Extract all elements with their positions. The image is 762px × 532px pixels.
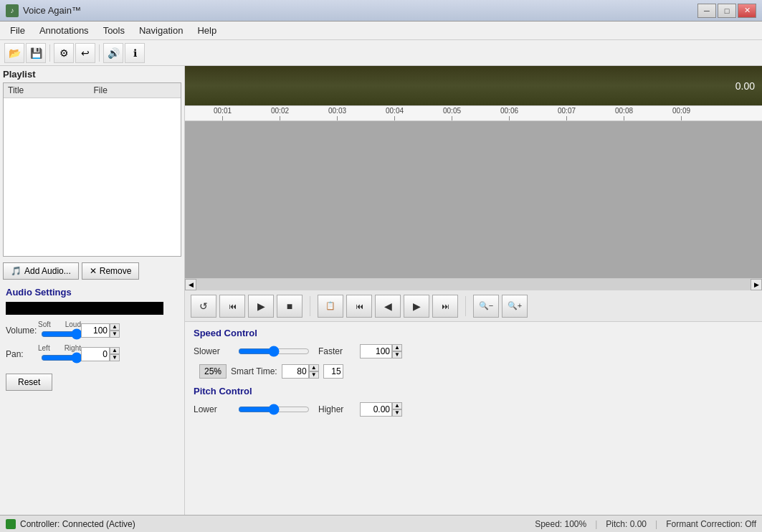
- scroll-left[interactable]: ◀: [185, 279, 196, 290]
- lower-label: Lower: [194, 404, 229, 414]
- smart1-up[interactable]: ▲: [309, 364, 319, 371]
- menu-bar: File Annotations Tools Navigation Help: [0, 22, 762, 40]
- zoom-in-button[interactable]: 🔍+: [502, 295, 528, 318]
- pan-labels: Left Right: [38, 344, 81, 364]
- toolbar-info[interactable]: ℹ: [125, 43, 145, 63]
- remove-button[interactable]: ✕ Remove: [82, 262, 140, 280]
- waveform-time: 0.00: [735, 80, 755, 92]
- higher-label: Higher: [318, 404, 354, 414]
- audio-settings-title: Audio Settings: [6, 287, 178, 298]
- smart-spin2: 15: [323, 364, 343, 379]
- skip-fwd-button[interactable]: ⏭: [432, 295, 458, 318]
- pan-up[interactable]: ▲: [110, 347, 120, 354]
- playlist-label: Playlist: [3, 69, 181, 80]
- volume-label: Volume:: [6, 326, 38, 336]
- toolbar-save[interactable]: 💾: [26, 43, 46, 63]
- loud-label: Loud: [65, 320, 81, 328]
- close-button[interactable]: ✕: [738, 4, 756, 18]
- trans-sep2: [465, 296, 466, 316]
- window-controls: ─ □ ✕: [697, 4, 756, 18]
- scroll-right[interactable]: ▶: [751, 279, 762, 290]
- pan-row: Pan: Left Right 0 ▲ ▼: [6, 344, 178, 364]
- playlist-section: Playlist Title File: [0, 66, 184, 260]
- add-audio-button[interactable]: 🎵 Add Audio...: [3, 262, 79, 280]
- faster-label: Faster: [318, 346, 354, 356]
- smart-time-label: Smart Time:: [231, 366, 277, 376]
- volume-spin: 100 ▲ ▼: [81, 323, 120, 338]
- repeat-button[interactable]: ↺: [191, 295, 216, 318]
- step-back-button[interactable]: ◀: [375, 295, 401, 318]
- speed-down[interactable]: ▼: [392, 351, 402, 358]
- tick-2: 00:02: [271, 107, 289, 120]
- waveform-area[interactable]: [185, 121, 762, 279]
- skip-back-button[interactable]: ⏮: [346, 295, 372, 318]
- right-label: Right: [65, 344, 81, 352]
- pan-spin-btns: ▲ ▼: [110, 347, 120, 361]
- toolbar-undo[interactable]: ↩: [75, 43, 95, 63]
- restore-button[interactable]: □: [718, 4, 736, 18]
- menu-help[interactable]: Help: [190, 23, 224, 38]
- speed-input[interactable]: 100: [360, 344, 392, 358]
- status-speed: Speed: 100%: [535, 519, 586, 529]
- menu-file[interactable]: File: [3, 23, 32, 38]
- playlist-col-title: Title: [6, 85, 92, 96]
- speed-spin: 100 ▲ ▼: [360, 344, 402, 358]
- pitch-slider-row: Lower Higher 0.00 ▲ ▼: [194, 402, 753, 417]
- smart-spin1-btns: ▲ ▼: [309, 364, 319, 379]
- smart-time-row: 25% Smart Time: 80 ▲ ▼ 15: [199, 364, 753, 379]
- reset-button[interactable]: Reset: [6, 374, 52, 391]
- controls-panel: Speed Control Slower Faster 100 ▲ ▼ 25%: [185, 322, 762, 515]
- speed-slider-row: Slower Faster 100 ▲ ▼: [194, 344, 753, 358]
- stop-button[interactable]: ■: [277, 295, 303, 318]
- status-div1: |: [595, 519, 597, 529]
- status-right: Speed: 100% | Pitch: 0.00 | Formant Corr…: [535, 519, 756, 529]
- playlist-table: Title File: [3, 82, 181, 257]
- volume-row: Volume: Soft Loud 100 ▲ ▼: [6, 320, 178, 340]
- speed-control-section: Speed Control Slower Faster 100 ▲ ▼ 25%: [194, 328, 753, 379]
- volume-input[interactable]: 100: [81, 323, 110, 338]
- pan-input[interactable]: 0: [81, 347, 110, 361]
- tick-4: 00:04: [386, 107, 404, 120]
- toolbar: 📂 💾 ⚙ ↩ 🔊 ℹ: [0, 40, 762, 66]
- zoom-out-button[interactable]: 🔍−: [473, 295, 499, 318]
- menu-navigation[interactable]: Navigation: [132, 23, 190, 38]
- toolbar-audio[interactable]: 🔊: [103, 43, 123, 63]
- status-text: Controller: Connected (Active): [20, 519, 535, 529]
- playlist-col-file: File: [92, 85, 178, 96]
- play-button[interactable]: ▶: [248, 295, 274, 318]
- pitch-slider[interactable]: [238, 404, 310, 415]
- volume-down[interactable]: ▼: [110, 331, 120, 338]
- smart-input1[interactable]: 80: [282, 364, 309, 379]
- pitch-up[interactable]: ▲: [392, 402, 402, 409]
- prev-mark-button[interactable]: ⏮: [219, 295, 245, 318]
- scroll-track[interactable]: [196, 279, 751, 290]
- pan-down[interactable]: ▼: [110, 354, 120, 361]
- volume-sublabels: Soft Loud: [38, 320, 81, 328]
- smart-input2[interactable]: 15: [323, 364, 343, 379]
- pitch-input[interactable]: 0.00: [360, 402, 392, 417]
- tick-7: 00:07: [558, 107, 576, 120]
- status-div2: |: [655, 519, 657, 529]
- trans-sep1: [310, 296, 310, 316]
- bookmark-button[interactable]: 📋: [318, 295, 343, 318]
- tick-3: 00:03: [328, 107, 346, 120]
- pitch-down[interactable]: ▼: [392, 409, 402, 417]
- toolbar-open[interactable]: 📂: [4, 43, 24, 63]
- step-fwd-button[interactable]: ▶: [404, 295, 429, 318]
- playlist-body[interactable]: [4, 98, 181, 256]
- speed-slider[interactable]: [238, 346, 310, 357]
- volume-up[interactable]: ▲: [110, 323, 120, 331]
- waveform-display: 0.00: [185, 66, 762, 105]
- menu-tools[interactable]: Tools: [96, 23, 132, 38]
- pan-spin: 0 ▲ ▼: [81, 347, 120, 361]
- toolbar-settings[interactable]: ⚙: [54, 43, 74, 63]
- speed-title: Speed Control: [194, 328, 753, 338]
- tick-5: 00:05: [443, 107, 461, 120]
- minimize-button[interactable]: ─: [697, 4, 716, 18]
- menu-annotations[interactable]: Annotations: [32, 23, 96, 38]
- speed-up[interactable]: ▲: [392, 344, 402, 351]
- status-bar: Controller: Connected (Active) Speed: 10…: [0, 515, 762, 532]
- pitch-spin-btns: ▲ ▼: [392, 402, 402, 417]
- pitch-spin: 0.00 ▲ ▼: [360, 402, 402, 417]
- smart1-down[interactable]: ▼: [309, 371, 319, 379]
